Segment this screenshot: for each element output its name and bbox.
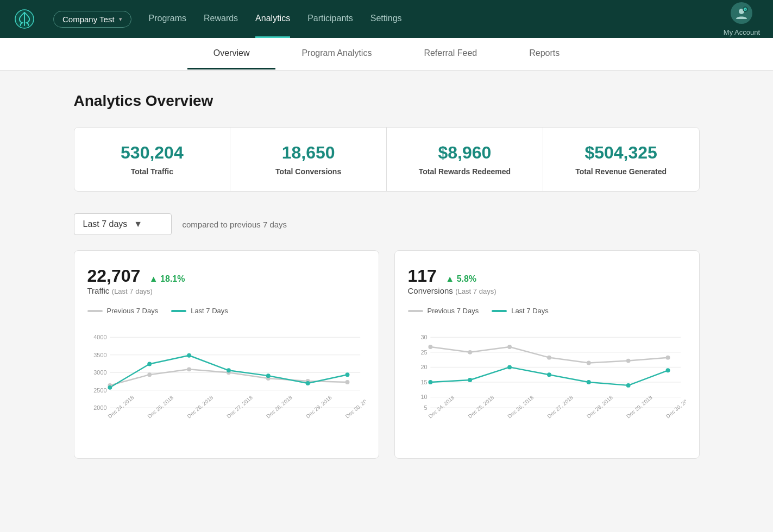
svg-point-27	[345, 372, 349, 377]
svg-point-52	[626, 359, 630, 363]
traffic-legend-prev: Previous 7 Days	[87, 307, 159, 315]
stat-rewards-redeemed: $8,960 Total Rewards Redeemed	[387, 128, 543, 191]
svg-text:3500: 3500	[93, 352, 106, 358]
svg-text:Dec 25, 2018: Dec 25, 2018	[146, 394, 174, 419]
traffic-chart-svg: 4000 3500 3000 2500 2000	[87, 321, 366, 441]
svg-point-60	[665, 368, 670, 372]
stat-value-traffic: 530,204	[85, 143, 219, 163]
nav-item-analytics[interactable]: Analytics	[255, 1, 290, 38]
conversions-value: 117	[408, 266, 437, 286]
conversions-chart-svg: 30 25 20 15 10 5	[408, 321, 686, 441]
logo-svg	[15, 9, 34, 29]
sub-nav: Overview Program Analytics Referral Feed…	[0, 38, 773, 71]
tab-reports[interactable]: Reports	[503, 39, 586, 69]
svg-text:Dec 26, 2018: Dec 26, 2018	[186, 394, 214, 419]
svg-text:2500: 2500	[93, 387, 106, 394]
svg-text:Dec 27, 2018: Dec 27, 2018	[546, 394, 574, 419]
stat-total-conversions: 18,650 Total Conversions	[230, 128, 387, 191]
nav-item-programs[interactable]: Programs	[149, 1, 186, 38]
logo-icon	[13, 8, 36, 30]
conversions-legend-curr: Last 7 Days	[492, 307, 549, 315]
svg-text:Dec 30, 2018: Dec 30, 2018	[664, 394, 686, 419]
tab-overview[interactable]: Overview	[187, 39, 276, 69]
svg-point-57	[547, 372, 551, 377]
conversions-chart-header: 117 ▲ 5.8% Conversions (Last 7 days)	[408, 266, 686, 296]
conversions-legend-prev-label: Previous 7 Days	[428, 307, 479, 315]
stat-label-rewards: Total Rewards Redeemed	[398, 167, 532, 176]
svg-text:20: 20	[420, 364, 427, 370]
svg-point-50	[547, 356, 551, 360]
traffic-delta: ▲ 18.1%	[149, 274, 185, 283]
stat-label-traffic: Total Traffic	[85, 167, 219, 176]
svg-text:Dec 27, 2018: Dec 27, 2018	[225, 394, 254, 419]
company-chevron-icon: ▾	[119, 16, 122, 23]
nav-right: ✓ My Account	[724, 2, 760, 36]
traffic-title: Traffic	[87, 286, 110, 295]
prev-line-icon	[87, 310, 103, 312]
svg-text:Dec 28, 2018: Dec 28, 2018	[265, 394, 293, 419]
account-icon[interactable]: ✓	[731, 2, 752, 24]
svg-text:4000: 4000	[93, 334, 106, 340]
stats-row: 530,204 Total Traffic 18,650 Total Conve…	[74, 127, 700, 192]
stat-value-rewards: $8,960	[398, 143, 532, 163]
traffic-legend: Previous 7 Days Last 7 Days	[87, 307, 366, 315]
tab-program-analytics[interactable]: Program Analytics	[275, 39, 398, 69]
svg-text:Dec 24, 2018: Dec 24, 2018	[106, 394, 135, 419]
conversions-legend-curr-label: Last 7 Days	[511, 307, 549, 315]
stat-value-revenue: $504,325	[554, 143, 688, 163]
svg-point-47	[428, 345, 432, 349]
stat-total-traffic: 530,204 Total Traffic	[74, 128, 231, 191]
traffic-chart-svg-wrap: 4000 3500 3000 2500 2000	[87, 321, 366, 443]
account-label: My Account	[724, 28, 760, 36]
conversions-legend: Previous 7 Days Last 7 Days	[408, 307, 686, 315]
svg-point-54	[428, 380, 432, 384]
svg-text:Dec 25, 2018: Dec 25, 2018	[467, 394, 495, 419]
svg-point-55	[468, 378, 472, 382]
conversions-chart-svg-wrap: 30 25 20 15 10 5	[408, 321, 686, 443]
conversions-title: Conversions	[408, 286, 453, 295]
conversions-legend-prev: Previous 7 Days	[408, 307, 479, 315]
compare-text: compared to previous 7 days	[183, 220, 287, 229]
svg-text:Dec 29, 2018: Dec 29, 2018	[304, 394, 332, 419]
svg-point-51	[586, 361, 590, 365]
traffic-period: (Last 7 days)	[112, 287, 153, 295]
svg-point-58	[586, 380, 590, 384]
nav-item-participants[interactable]: Participants	[307, 1, 353, 38]
charts-row: 22,707 ▲ 18.1% Traffic (Last 7 days) Pre…	[74, 250, 700, 459]
svg-point-23	[187, 353, 191, 358]
tab-referral-feed[interactable]: Referral Feed	[398, 39, 503, 69]
traffic-legend-curr-label: Last 7 Days	[191, 307, 228, 315]
conversions-period: (Last 7 days)	[455, 287, 496, 295]
svg-text:Dec 28, 2018: Dec 28, 2018	[586, 394, 614, 419]
date-range-selector[interactable]: Last 7 days ▼	[74, 213, 172, 235]
svg-text:2000: 2000	[93, 404, 106, 411]
stat-label-revenue: Total Revenue Generated	[554, 167, 688, 176]
svg-point-24	[227, 368, 231, 372]
stat-value-conversions: 18,650	[241, 143, 375, 163]
svg-text:Dec 30, 2018: Dec 30, 2018	[344, 394, 365, 419]
page-title: Analytics Overview	[74, 92, 700, 110]
svg-text:5: 5	[424, 404, 427, 411]
conv-prev-line-icon	[408, 310, 423, 312]
stat-revenue-generated: $504,325 Total Revenue Generated	[543, 128, 699, 191]
svg-point-48	[468, 350, 472, 354]
svg-text:3000: 3000	[93, 369, 106, 376]
nav-item-rewards[interactable]: Rewards	[204, 1, 238, 38]
nav-item-settings[interactable]: Settings	[370, 1, 402, 38]
svg-text:Dec 24, 2018: Dec 24, 2018	[427, 394, 455, 419]
nav-items: Programs Rewards Analytics Participants …	[149, 1, 402, 38]
stat-label-conversions: Total Conversions	[241, 167, 375, 176]
traffic-legend-prev-label: Previous 7 Days	[107, 307, 159, 315]
date-range-value: Last 7 days	[83, 219, 128, 229]
svg-text:25: 25	[420, 349, 427, 356]
svg-point-26	[305, 381, 310, 385]
traffic-value: 22,707	[87, 266, 141, 286]
svg-text:10: 10	[420, 394, 427, 400]
company-selector[interactable]: Company Test ▾	[53, 11, 131, 28]
conv-curr-line-icon	[492, 310, 507, 312]
svg-point-56	[507, 365, 512, 369]
svg-text:Dec 26, 2018: Dec 26, 2018	[506, 394, 535, 419]
traffic-legend-curr: Last 7 Days	[171, 307, 228, 315]
svg-point-20	[345, 380, 349, 384]
svg-text:30: 30	[420, 334, 427, 340]
